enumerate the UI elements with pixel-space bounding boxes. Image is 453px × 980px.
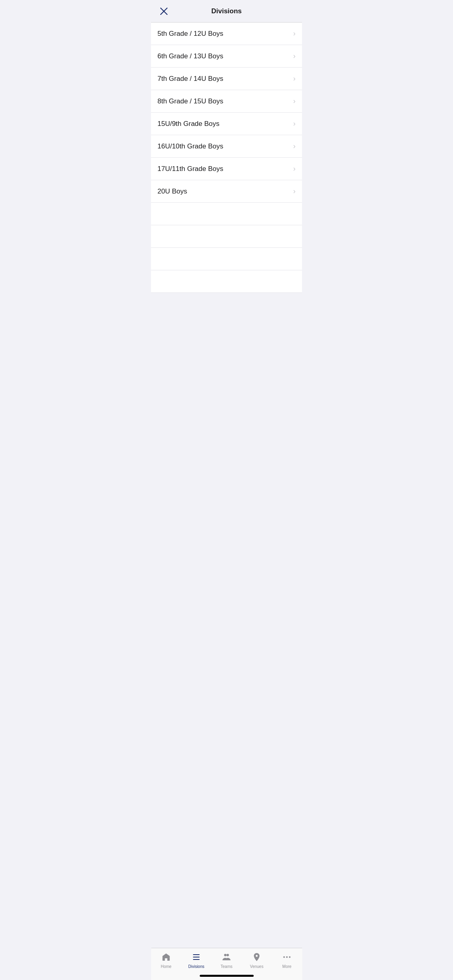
empty-row (151, 203, 302, 225)
empty-row (151, 248, 302, 270)
list-item[interactable]: 16U/10th Grade Boys › (151, 135, 302, 158)
list-item[interactable]: 6th Grade / 13U Boys › (151, 45, 302, 68)
chevron-right-icon: › (293, 187, 296, 196)
division-label: 17U/11th Grade Boys (157, 165, 223, 173)
division-label: 20U Boys (157, 187, 187, 196)
division-label: 8th Grade / 15U Boys (157, 97, 223, 105)
division-label: 7th Grade / 14U Boys (157, 75, 223, 83)
list-item[interactable]: 20U Boys › (151, 180, 302, 203)
list-item[interactable]: 7th Grade / 14U Boys › (151, 68, 302, 90)
chevron-right-icon: › (293, 119, 296, 128)
divisions-list: 5th Grade / 12U Boys › 6th Grade / 13U B… (151, 23, 302, 203)
chevron-right-icon: › (293, 52, 296, 60)
chevron-right-icon: › (293, 74, 296, 83)
division-label: 16U/10th Grade Boys (157, 142, 223, 150)
empty-row (151, 225, 302, 248)
list-item[interactable]: 5th Grade / 12U Boys › (151, 23, 302, 45)
empty-row (151, 270, 302, 293)
chevron-right-icon: › (293, 142, 296, 150)
division-label: 5th Grade / 12U Boys (157, 30, 223, 38)
chevron-right-icon: › (293, 165, 296, 173)
division-label: 15U/9th Grade Boys (157, 120, 219, 128)
division-label: 6th Grade / 13U Boys (157, 52, 223, 60)
chevron-right-icon: › (293, 97, 296, 105)
list-item[interactable]: 15U/9th Grade Boys › (151, 113, 302, 135)
list-item[interactable]: 8th Grade / 15U Boys › (151, 90, 302, 113)
list-item[interactable]: 17U/11th Grade Boys › (151, 158, 302, 180)
empty-rows-section (151, 203, 302, 293)
close-button[interactable] (157, 5, 170, 18)
chevron-right-icon: › (293, 29, 296, 38)
nav-bar: Divisions (151, 0, 302, 23)
page-title: Divisions (211, 7, 242, 15)
